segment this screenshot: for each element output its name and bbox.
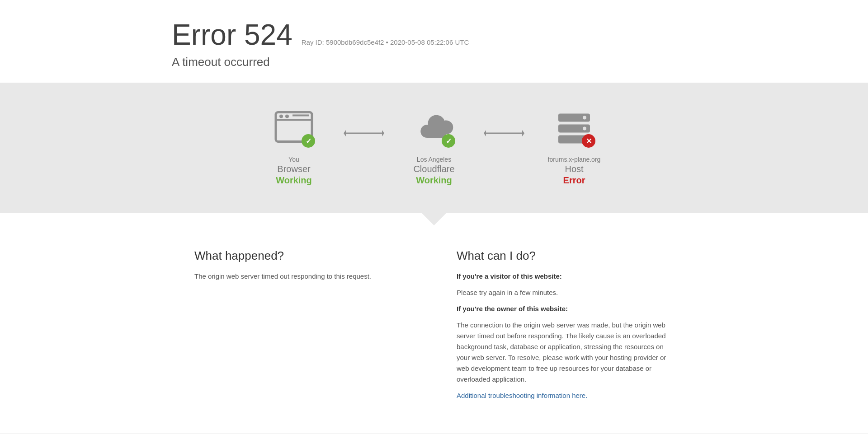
what-can-i-do-col: What can I do? If you're a visitor of th… xyxy=(457,249,674,406)
svg-marker-10 xyxy=(522,130,524,136)
diagram-section: ✓ You Browser Working ✓ Los Angeles xyxy=(0,83,868,213)
visitor-body: Please try again in a few minutes. xyxy=(457,287,674,298)
arrow-cloudflare-host xyxy=(479,126,529,140)
svg-point-15 xyxy=(583,126,586,130)
cloudflare-node: ✓ Los Angeles Cloudflare Working xyxy=(389,105,479,186)
diagram-container: ✓ You Browser Working ✓ Los Angeles xyxy=(249,105,619,186)
cloudflare-icon-wrapper: ✓ xyxy=(409,105,459,150)
troubleshooting-link[interactable]: Additional troubleshooting information h… xyxy=(457,392,587,399)
browser-icon-wrapper: ✓ xyxy=(269,105,319,150)
browser-name: Browser xyxy=(277,164,310,174)
host-name: Host xyxy=(565,164,583,174)
ray-id: Ray ID: 5900bdb69dc5e4f2 • 2020-05-08 05… xyxy=(302,38,469,46)
host-icon-wrapper: ✕ xyxy=(549,105,599,150)
browser-status-badge: ✓ xyxy=(302,134,315,148)
host-node: ✕ forums.x-plane.org Host Error xyxy=(529,105,619,186)
host-status-badge: ✕ xyxy=(582,134,595,148)
content-section: What happened? The origin web server tim… xyxy=(0,213,868,434)
cloudflare-name: Cloudflare xyxy=(413,164,454,174)
browser-status: Working xyxy=(276,175,312,186)
arrow-browser-cloudflare xyxy=(339,126,389,140)
what-happened-title: What happened? xyxy=(194,249,411,263)
owner-heading: If you're the owner of this website: xyxy=(457,305,568,313)
footer-section: Cloudflare Ray ID: 5900bdb69dc5e4f2 • Yo… xyxy=(0,434,868,439)
what-happened-col: What happened? The origin web server tim… xyxy=(194,249,411,406)
host-status: Error xyxy=(563,175,585,186)
svg-marker-6 xyxy=(344,130,346,136)
svg-point-14 xyxy=(583,116,586,119)
owner-body: The connection to the origin web server … xyxy=(457,320,674,385)
svg-marker-9 xyxy=(484,130,486,136)
arrow-icon-2 xyxy=(484,126,524,140)
header-section: Error 524 Ray ID: 5900bdb69dc5e4f2 • 202… xyxy=(0,0,868,83)
what-can-i-do-title: What can I do? xyxy=(457,249,674,263)
cloudflare-status-badge: ✓ xyxy=(442,134,455,148)
error-code: Error 524 xyxy=(172,18,292,51)
browser-node: ✓ You Browser Working xyxy=(249,105,339,186)
what-happened-text: The origin web server timed out respondi… xyxy=(194,271,411,282)
browser-location: You xyxy=(288,156,299,163)
cloudflare-location: Los Angeles xyxy=(417,156,451,163)
host-location: forums.x-plane.org xyxy=(548,156,601,163)
cloudflare-status: Working xyxy=(416,175,452,186)
visitor-heading: If you're a visitor of this website: xyxy=(457,272,562,280)
svg-point-3 xyxy=(285,114,289,118)
svg-marker-7 xyxy=(382,130,384,136)
arrow-icon xyxy=(344,126,384,140)
error-subtitle: A timeout occurred xyxy=(172,55,868,69)
what-happened-body: The origin web server timed out respondi… xyxy=(194,271,411,282)
what-can-i-do-body: If you're a visitor of this website: Ple… xyxy=(457,271,674,401)
svg-point-2 xyxy=(279,114,283,118)
